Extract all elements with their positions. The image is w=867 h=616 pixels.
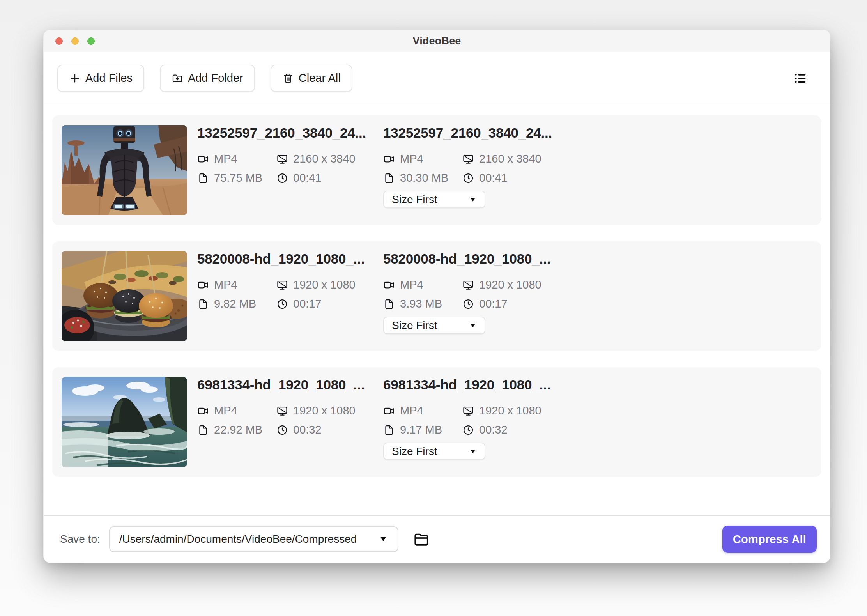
file-icon — [383, 424, 395, 436]
source-resolution: 1920 x 1080 — [293, 404, 356, 417]
clear-all-button[interactable]: Clear All — [271, 65, 352, 92]
source-duration: 00:17 — [293, 297, 322, 310]
output-format: MP4 — [400, 152, 423, 165]
list-view-button[interactable] — [792, 70, 809, 87]
file-icon — [383, 172, 395, 184]
compression-mode-value: Size First — [392, 445, 437, 458]
output-format: MP4 — [400, 278, 423, 291]
file-icon — [197, 172, 209, 184]
folder-icon — [412, 531, 430, 547]
output-duration: 00:41 — [479, 172, 508, 184]
source-file-info: 6981334-hd_1920_1080_... MP4 1920 x 1080… — [197, 377, 373, 467]
video-thumbnail-ocean-rocks — [62, 377, 187, 467]
output-resolution: 1920 x 1080 — [479, 404, 541, 417]
clock-icon — [276, 172, 288, 184]
source-size: 75.75 MB — [214, 172, 262, 184]
footer-bar: Save to: /Users/admin/Documents/VideoBee… — [44, 515, 830, 563]
window-controls — [55, 30, 95, 52]
zoom-button[interactable] — [87, 37, 95, 45]
save-path-select[interactable]: /Users/admin/Documents/VideoBee/Compress… — [109, 526, 398, 552]
close-button[interactable] — [55, 37, 63, 45]
output-file-name: 6981334-hd_1920_1080_... — [383, 377, 559, 393]
file-row: 6981334-hd_1920_1080_... MP4 1920 x 1080… — [52, 367, 821, 477]
minimize-button[interactable] — [71, 37, 79, 45]
output-size: 30.30 MB — [400, 172, 448, 184]
add-files-button[interactable]: Add Files — [57, 65, 144, 92]
caret-down-icon — [468, 322, 478, 329]
browse-folder-button[interactable] — [410, 528, 432, 550]
display-icon — [462, 279, 474, 291]
output-size: 9.17 MB — [400, 423, 442, 436]
window-title: VideoBee — [412, 35, 461, 47]
source-format: MP4 — [214, 152, 237, 165]
clock-icon — [462, 298, 474, 310]
output-file-name: 5820008-hd_1920_1080_... — [383, 251, 559, 267]
source-file-info: 5820008-hd_1920_1080_... MP4 1920 x 1080… — [197, 251, 373, 341]
output-resolution: 2160 x 3840 — [479, 152, 541, 165]
add-files-label: Add Files — [85, 72, 133, 85]
video-thumbnail-robot-desert — [62, 125, 187, 215]
output-file-info: 6981334-hd_1920_1080_... MP4 1920 x 1080… — [383, 377, 559, 467]
clock-icon — [276, 424, 288, 436]
file-icon — [197, 298, 209, 310]
display-icon — [462, 405, 474, 417]
video-camera-icon — [383, 153, 395, 165]
video-camera-icon — [197, 279, 209, 291]
source-size: 9.82 MB — [214, 297, 256, 310]
source-format: MP4 — [214, 404, 237, 417]
caret-down-icon — [468, 196, 478, 203]
save-to-label: Save to: — [60, 533, 100, 545]
video-camera-icon — [197, 153, 209, 165]
compression-mode-select[interactable]: Size First — [383, 191, 485, 208]
display-icon — [276, 405, 288, 417]
folder-plus-icon — [172, 73, 183, 84]
output-size: 3.93 MB — [400, 297, 442, 310]
output-format: MP4 — [400, 404, 423, 417]
video-thumbnail-mini-burgers — [62, 251, 187, 341]
output-duration: 00:17 — [479, 297, 508, 310]
video-camera-icon — [197, 405, 209, 417]
title-bar: VideoBee — [44, 30, 830, 52]
clock-icon — [276, 298, 288, 310]
app-window: VideoBee Add Files Add Folder Clear All — [43, 30, 830, 563]
clock-icon — [462, 172, 474, 184]
output-duration: 00:32 — [479, 423, 508, 436]
output-resolution: 1920 x 1080 — [479, 278, 541, 291]
clear-all-label: Clear All — [299, 72, 341, 85]
compression-mode-select[interactable]: Size First — [383, 443, 485, 460]
compression-mode-value: Size First — [392, 193, 437, 206]
output-file-info: 13252597_2160_3840_24... MP4 2160 x 3840… — [383, 125, 559, 215]
list-view-icon — [794, 72, 807, 85]
toolbar: Add Files Add Folder Clear All — [44, 52, 830, 104]
source-file-info: 13252597_2160_3840_24... MP4 2160 x 3840… — [197, 125, 373, 215]
source-file-name: 13252597_2160_3840_24... — [197, 125, 373, 141]
file-row: 5820008-hd_1920_1080_... MP4 1920 x 1080… — [52, 241, 821, 351]
trash-icon — [282, 73, 294, 84]
file-icon — [197, 424, 209, 436]
file-row: 13252597_2160_3840_24... MP4 2160 x 3840… — [52, 115, 821, 225]
caret-down-icon — [468, 448, 478, 455]
output-file-name: 13252597_2160_3840_24... — [383, 125, 559, 141]
caret-down-icon — [378, 535, 388, 543]
display-icon — [462, 153, 474, 165]
file-icon — [383, 298, 395, 310]
output-file-info: 5820008-hd_1920_1080_... MP4 1920 x 1080… — [383, 251, 559, 341]
compression-mode-value: Size First — [392, 319, 437, 332]
source-format: MP4 — [214, 278, 237, 291]
video-camera-icon — [383, 279, 395, 291]
source-file-name: 6981334-hd_1920_1080_... — [197, 377, 373, 393]
save-path-value: /Users/admin/Documents/VideoBee/Compress… — [119, 533, 357, 545]
file-list: 13252597_2160_3840_24... MP4 2160 x 3840… — [44, 104, 830, 515]
source-file-name: 5820008-hd_1920_1080_... — [197, 251, 373, 267]
clock-icon — [462, 424, 474, 436]
plus-icon — [69, 73, 81, 84]
source-size: 22.92 MB — [214, 423, 262, 436]
add-folder-button[interactable]: Add Folder — [160, 65, 255, 92]
display-icon — [276, 153, 288, 165]
compression-mode-select[interactable]: Size First — [383, 317, 485, 334]
compress-all-button[interactable]: Compress All — [722, 526, 817, 553]
source-duration: 00:41 — [293, 172, 322, 184]
source-resolution: 1920 x 1080 — [293, 278, 356, 291]
display-icon — [276, 279, 288, 291]
add-folder-label: Add Folder — [188, 72, 243, 85]
